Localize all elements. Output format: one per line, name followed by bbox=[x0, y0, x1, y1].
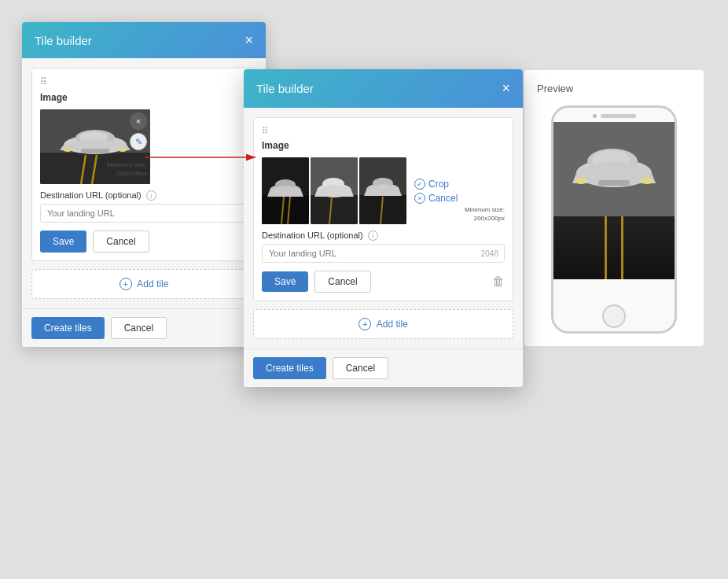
fg-dialog-footer: Create tiles Cancel bbox=[244, 349, 523, 387]
fg-add-tile-label: Add tile bbox=[377, 319, 408, 330]
phone-mockup bbox=[551, 105, 677, 334]
svg-rect-13 bbox=[262, 195, 309, 224]
fg-crop-label: Crop bbox=[428, 179, 449, 190]
fg-action-buttons: Save Cancel 🗑 bbox=[262, 271, 505, 293]
fg-drag-handle: ⠿ bbox=[262, 126, 505, 136]
fg-image-panel-1 bbox=[262, 157, 309, 224]
preview-title: Preview bbox=[537, 83, 691, 94]
fg-crop-cancel-area: ✓ Crop × Cancel bbox=[414, 157, 458, 224]
phone-speaker-area bbox=[593, 114, 636, 118]
bg-drag-handle: ⠿ bbox=[40, 76, 248, 87]
bg-dialog-close-button[interactable]: × bbox=[245, 33, 253, 47]
fg-dest-url-info-icon[interactable]: i bbox=[368, 230, 378, 241]
fg-cancel-button[interactable]: Cancel bbox=[314, 271, 370, 293]
bg-dest-url-info-icon[interactable]: i bbox=[146, 190, 156, 201]
bg-image-section-label: Image bbox=[40, 92, 248, 103]
phone-road-section bbox=[553, 216, 675, 279]
fg-url-row: 2048 bbox=[262, 244, 505, 263]
phone-road-line-right bbox=[621, 216, 623, 279]
preview-panel: Preview bbox=[524, 69, 704, 347]
fg-car-panel-1-svg bbox=[262, 157, 309, 224]
bg-image-remove-button[interactable]: × bbox=[130, 112, 147, 130]
fg-image-panel-2 bbox=[311, 157, 358, 224]
phone-home-button[interactable] bbox=[602, 304, 626, 328]
bg-save-button[interactable]: Save bbox=[40, 230, 86, 253]
fg-car-panel-3-svg bbox=[359, 157, 406, 224]
bg-dialog-header: Tile builder × bbox=[22, 22, 266, 58]
bg-image-container: × ✎ Minimum size: 200x200px bbox=[40, 109, 150, 184]
bg-add-tile-label: Add tile bbox=[137, 278, 168, 290]
foreground-tile-builder-dialog: Tile builder × ⠿ Image bbox=[244, 69, 523, 387]
bg-add-tile-plus-icon: + bbox=[119, 278, 132, 290]
fg-crop-button[interactable]: ✓ Crop bbox=[414, 179, 458, 190]
fg-cancel-crop-button[interactable]: × Cancel bbox=[414, 193, 458, 204]
fg-image-area: ✓ Crop × Cancel Minimum size: 200x200px bbox=[262, 157, 505, 224]
phone-speaker-bar bbox=[601, 114, 636, 118]
fg-cancel-crop-x-icon: × bbox=[414, 193, 425, 204]
bg-cancel-button[interactable]: Cancel bbox=[93, 230, 149, 253]
phone-screen bbox=[553, 122, 675, 301]
phone-camera-dot bbox=[593, 114, 597, 118]
fg-add-tile-button[interactable]: + Add tile bbox=[253, 309, 513, 339]
svg-point-34 bbox=[641, 178, 653, 184]
background-tile-builder-dialog: Tile builder × ⠿ Image bbox=[22, 22, 266, 347]
fg-image-section-label: Image bbox=[262, 140, 505, 151]
phone-car-image-top bbox=[553, 122, 675, 216]
fg-tile-card: ⠿ Image bbox=[253, 117, 513, 301]
bg-dialog-title: Tile builder bbox=[35, 34, 92, 47]
fg-image-strip bbox=[262, 157, 406, 224]
fg-dialog-title: Tile builder bbox=[256, 82, 314, 95]
fg-crop-check-icon: ✓ bbox=[414, 179, 425, 190]
bg-url-input[interactable] bbox=[40, 204, 248, 223]
bg-overlay-icons: × ✎ bbox=[130, 112, 147, 150]
svg-rect-7 bbox=[81, 149, 109, 153]
bg-min-size-label: Minimum size: 200x200px bbox=[107, 161, 147, 178]
svg-rect-32 bbox=[598, 180, 630, 186]
bg-action-buttons: Save Cancel bbox=[40, 230, 248, 253]
svg-point-8 bbox=[63, 147, 72, 152]
fg-create-tiles-button[interactable]: Create tiles bbox=[253, 357, 326, 379]
svg-point-33 bbox=[575, 178, 587, 184]
fg-min-size-label: Minimum size: 200x200px bbox=[465, 206, 505, 223]
fg-url-input[interactable] bbox=[262, 244, 505, 263]
fg-dialog-body: ⠿ Image bbox=[244, 108, 523, 349]
bg-create-tiles-button[interactable]: Create tiles bbox=[31, 317, 105, 339]
fg-cancel-crop-label: Cancel bbox=[428, 193, 458, 204]
bg-dialog-body: ⠿ Image bbox=[22, 58, 266, 308]
bg-image-edit-button[interactable]: ✎ bbox=[130, 133, 147, 150]
fg-car-panel-2-svg bbox=[311, 157, 358, 224]
phone-road-line-left bbox=[605, 216, 607, 279]
bg-footer-cancel-button[interactable]: Cancel bbox=[111, 317, 167, 339]
fg-dest-url-label: Destination URL (optional) i bbox=[262, 230, 505, 241]
fg-image-panel-3 bbox=[359, 157, 406, 224]
svg-rect-19 bbox=[311, 195, 358, 224]
bg-dialog-footer: Create tiles Cancel bbox=[22, 308, 266, 347]
bg-add-tile-button[interactable]: + Add tile bbox=[31, 269, 256, 299]
fg-delete-button[interactable]: 🗑 bbox=[492, 275, 505, 289]
fg-url-char-count: 2048 bbox=[481, 249, 498, 258]
phone-car-svg bbox=[553, 122, 675, 216]
bg-dest-url-label: Destination URL (optional) i bbox=[40, 190, 248, 201]
fg-footer-cancel-button[interactable]: Cancel bbox=[333, 357, 388, 379]
fg-save-button[interactable]: Save bbox=[262, 271, 308, 292]
fg-dialog-header: Tile builder × bbox=[244, 69, 523, 108]
fg-dialog-close-button[interactable]: × bbox=[502, 80, 510, 97]
fg-add-tile-plus-icon: + bbox=[358, 318, 371, 330]
svg-point-9 bbox=[118, 147, 127, 152]
bg-tile-card: ⠿ Image bbox=[31, 68, 256, 261]
